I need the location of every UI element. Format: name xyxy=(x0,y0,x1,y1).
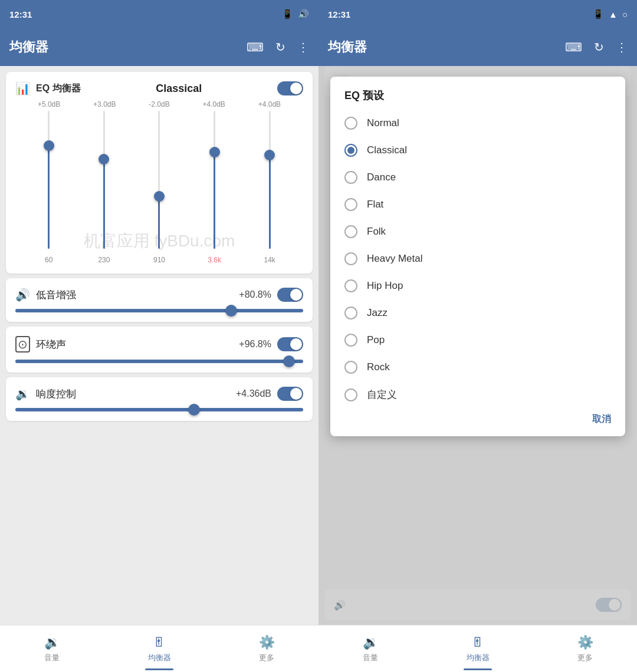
eq-nav-icon: 🎚 xyxy=(153,635,166,650)
dialog-option-10[interactable]: 自定义 xyxy=(330,381,625,409)
eq-slider-col-0[interactable]: 60 xyxy=(40,111,58,264)
more-icon[interactable]: ⋮ xyxy=(297,40,309,54)
db-label-1: +3.0dB xyxy=(93,100,116,108)
bass-slider[interactable] xyxy=(15,309,303,312)
nav-more-left[interactable]: ⚙️ 更多 xyxy=(247,630,287,668)
eq-thumb-4[interactable] xyxy=(264,150,275,160)
surround-value: +96.8% xyxy=(239,339,271,350)
eq-slider-col-3[interactable]: 3.6k xyxy=(206,111,224,264)
dialog-option-8[interactable]: Pop xyxy=(330,327,625,354)
eq-fill-0 xyxy=(48,146,50,249)
nav-eq-label-r: 均衡器 xyxy=(467,653,490,663)
nav-volume-label-r: 音量 xyxy=(363,653,378,663)
eq-slider-col-2[interactable]: 910 xyxy=(150,111,168,264)
eq-toggle[interactable] xyxy=(277,81,303,95)
dialog-option-label-8: Pop xyxy=(367,334,385,346)
bass-boost-left: 🔊 低音增强 xyxy=(15,288,76,302)
surround-left: ⊙ 环绕声 xyxy=(15,336,66,353)
radio-outer-0 xyxy=(344,117,357,130)
dialog-option-2[interactable]: Dance xyxy=(330,164,625,191)
db-label-3: +4.0dB xyxy=(203,100,225,108)
eq-thumb-3[interactable] xyxy=(209,147,220,157)
surround-slider-thumb[interactable] xyxy=(283,355,295,367)
eq-icon: 📊 xyxy=(15,81,30,95)
bass-value: +80.8% xyxy=(239,289,271,300)
loudness-left: 🔉 响度控制 xyxy=(15,387,76,401)
nav-more-label: 更多 xyxy=(259,653,274,663)
radio-outer-6 xyxy=(344,279,357,292)
volume-nav-icon: 🔉 xyxy=(44,635,60,650)
more-icon-r[interactable]: ⋮ xyxy=(616,40,628,54)
loudness-card: 🔉 响度控制 +4.36dB xyxy=(6,377,313,421)
nav-volume-left[interactable]: 🔉 音量 xyxy=(32,630,72,668)
refresh-icon[interactable]: ↻ xyxy=(275,40,285,54)
dialog-cancel-btn[interactable]: 取消 xyxy=(330,409,625,430)
refresh-icon-r[interactable]: ↻ xyxy=(594,40,604,54)
eq-preset-name[interactable]: Classical xyxy=(156,83,202,95)
bass-icon: 🔊 xyxy=(15,288,30,302)
eq-track-2 xyxy=(158,111,160,249)
dialog-option-label-3: Flat xyxy=(367,199,383,210)
surround-slider[interactable] xyxy=(15,360,303,363)
radio-outer-7 xyxy=(344,307,357,319)
nav-eq-left[interactable]: 🎚 均衡器 xyxy=(136,630,183,668)
radio-outer-3 xyxy=(344,198,357,211)
bass-toggle[interactable] xyxy=(277,288,303,302)
dialog-option-0[interactable]: Normal xyxy=(330,110,625,137)
left-panel: 12:31 📱 🔊 均衡器 ⌨ ↻ ⋮ 📊 EQ 均衡器 Classical xyxy=(0,0,318,672)
bottom-nav-left: 🔉 音量 🎚 均衡器 ⚙️ 更多 xyxy=(0,625,318,672)
dialog-option-3[interactable]: Flat xyxy=(330,191,625,218)
eq-freq-3: 3.6k xyxy=(208,256,221,264)
loudness-toggle[interactable] xyxy=(277,387,303,401)
db-label-0: +5.0dB xyxy=(38,100,60,108)
loudness-slider-thumb[interactable] xyxy=(188,404,200,416)
bottom-nav-right: 🔉 音量 🎚 均衡器 ⚙️ 更多 xyxy=(318,625,637,672)
dialog-option-label-9: Rock xyxy=(367,361,390,373)
eq-slider-col-4[interactable]: 14k xyxy=(261,111,278,264)
eq-thumb-2[interactable] xyxy=(154,191,165,202)
dialog-option-1[interactable]: Classical xyxy=(330,137,625,164)
eq-freq-2: 910 xyxy=(153,256,165,264)
eq-thumb-1[interactable] xyxy=(98,154,109,164)
radio-outer-5 xyxy=(344,252,357,265)
time-left: 12:31 xyxy=(9,9,32,19)
nav-eq-right[interactable]: 🎚 均衡器 xyxy=(455,630,501,668)
radio-outer-9 xyxy=(344,361,357,374)
dialog-options-list: Normal Classical Dance Flat Folk xyxy=(330,110,625,409)
nav-volume-right[interactable]: 🔉 音量 xyxy=(351,630,390,668)
loudness-icon: 🔉 xyxy=(15,387,30,401)
eq-slider-col-1[interactable]: 230 xyxy=(95,111,113,264)
nav-active-indicator xyxy=(145,668,173,670)
dialog-option-5[interactable]: Heavy Metal xyxy=(330,245,625,272)
dialog-option-label-10: 自定义 xyxy=(367,388,397,401)
more-nav-icon: ⚙️ xyxy=(259,635,275,650)
dialog-option-9[interactable]: Rock xyxy=(330,354,625,381)
eq-thumb-0[interactable] xyxy=(44,140,54,151)
app-bar-left: 均衡器 ⌨ ↻ ⋮ xyxy=(0,28,318,66)
dialog-option-7[interactable]: Jazz xyxy=(330,299,625,327)
keyboard-icon-r[interactable]: ⌨ xyxy=(565,40,582,54)
volume-icon: 🔊 xyxy=(298,9,309,19)
time-right: 12:31 xyxy=(328,9,350,19)
db-label-2: -2.0dB xyxy=(149,100,169,108)
loudness-value: +4.36dB xyxy=(236,388,271,399)
phone-icon: 📱 xyxy=(282,9,293,19)
nav-eq-label: 均衡器 xyxy=(148,653,171,663)
loudness-slider[interactable] xyxy=(15,408,303,411)
eq-freq-0: 60 xyxy=(45,256,52,264)
bass-slider-thumb[interactable] xyxy=(225,305,237,317)
eq-preset-dialog: EQ 预设 Normal Classical Dance Flat xyxy=(330,77,625,436)
surround-toggle[interactable] xyxy=(277,337,303,351)
dialog-option-6[interactable]: Hip Hop xyxy=(330,272,625,299)
eq-fill-1 xyxy=(103,159,105,249)
dialog-option-4[interactable]: Folk xyxy=(330,218,625,245)
radio-outer-4 xyxy=(344,225,357,238)
keyboard-icon[interactable]: ⌨ xyxy=(247,40,264,54)
status-icons-left: 📱 🔊 xyxy=(282,9,309,19)
nav-more-right[interactable]: ⚙️ 更多 xyxy=(566,630,605,668)
radio-outer-1 xyxy=(344,144,357,157)
eq-nav-icon-r: 🎚 xyxy=(471,635,484,650)
bass-boost-card: 🔊 低音增强 +80.8% xyxy=(6,278,313,322)
app-bar-actions-left: ⌨ ↻ ⋮ xyxy=(247,40,309,54)
radio-inner-1 xyxy=(347,147,354,154)
